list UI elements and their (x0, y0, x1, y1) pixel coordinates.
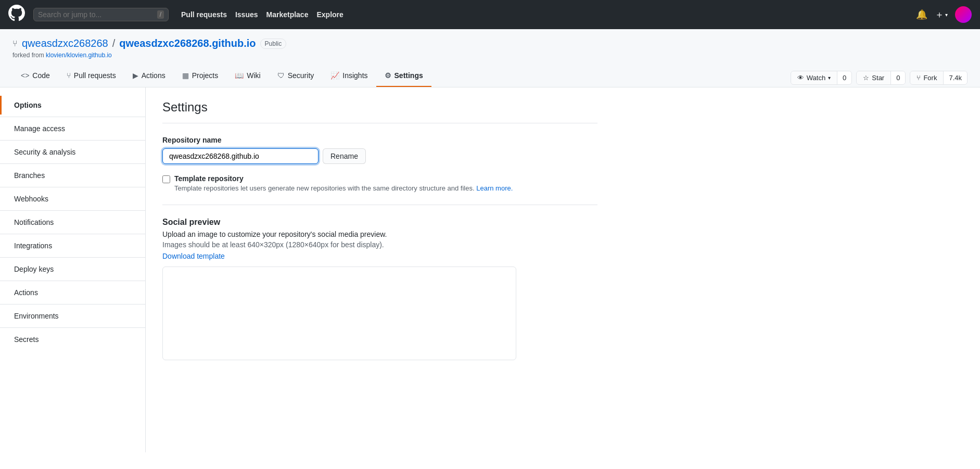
sidebar-divider-4 (0, 187, 145, 187)
social-preview-box (162, 267, 516, 360)
fork-group: ⑂ Fork 7.4k (910, 71, 968, 85)
watch-count: 0 (837, 71, 851, 84)
tab-insights[interactable]: 📈 Insights (322, 65, 376, 87)
tab-security[interactable]: 🛡 Security (269, 65, 323, 87)
repo-title-bar: ⑂ qweasdzxc268268 / qweasdzxc268268.gith… (12, 37, 968, 49)
top-navigation: / Pull requests Issues Marketplace Explo… (0, 0, 980, 29)
sidebar-item-secrets[interactable]: Secrets (0, 330, 145, 349)
repo-owner-link[interactable]: qweasdzxc268268 (22, 37, 108, 49)
sidebar: Options Manage access Security & analysi… (0, 87, 146, 452)
fork-icon: ⑂ (917, 74, 921, 82)
nav-pull-requests[interactable]: Pull requests (181, 10, 227, 19)
settings-content: Settings Repository name Rename Template… (146, 87, 614, 452)
actions-icon: ▶ (133, 71, 138, 80)
star-label: Star (872, 74, 884, 82)
search-slash-icon: / (157, 10, 164, 19)
repo-separator: / (112, 37, 116, 49)
repo-name-link[interactable]: qweasdzxc268268.github.io (119, 37, 256, 49)
nav-issues[interactable]: Issues (235, 10, 258, 19)
pull-request-icon: ⑂ (67, 71, 71, 80)
projects-icon: ▦ (182, 71, 189, 80)
repo-name-section: Repository name Rename (162, 136, 597, 164)
rename-button[interactable]: Rename (323, 148, 366, 164)
sidebar-item-notifications[interactable]: Notifications (0, 213, 145, 232)
settings-page-title: Settings (162, 100, 597, 123)
sidebar-item-actions[interactable]: Actions (0, 283, 145, 302)
template-repo-section: Template repository Template repositorie… (162, 174, 597, 192)
repo-icon: ⑂ (12, 39, 18, 48)
insights-icon: 📈 (330, 71, 339, 80)
social-preview-title: Social preview (162, 218, 597, 227)
template-repo-desc: Template repositories let users generate… (174, 184, 597, 192)
download-template-link[interactable]: Download template (162, 252, 225, 260)
repo-name-input[interactable] (162, 148, 319, 164)
star-icon: ☆ (863, 74, 869, 82)
watch-button[interactable]: 👁 Watch ▾ (791, 71, 837, 84)
tab-projects[interactable]: ▦ Projects (174, 65, 227, 87)
sidebar-item-deploy-keys[interactable]: Deploy keys (0, 260, 145, 278)
nav-marketplace[interactable]: Marketplace (266, 10, 309, 19)
main-layout: Options Manage access Security & analysi… (0, 87, 980, 452)
plus-icon: ＋ (935, 8, 944, 21)
wiki-icon: 📖 (235, 71, 244, 80)
forked-from: forked from klovien/klovien.github.io (12, 52, 968, 59)
sidebar-divider-6 (0, 234, 145, 234)
fork-label: Fork (923, 74, 937, 82)
sidebar-divider-10 (0, 327, 145, 328)
sidebar-divider-9 (0, 304, 145, 305)
tab-wiki[interactable]: 📖 Wiki (226, 65, 269, 87)
security-tab-icon: 🛡 (277, 71, 285, 80)
settings-tab-icon: ⚙ (385, 71, 391, 80)
sidebar-item-webhooks[interactable]: Webhooks (0, 189, 145, 208)
create-new-button[interactable]: ＋ ▾ (935, 8, 948, 21)
sidebar-divider-1 (0, 117, 145, 117)
top-nav-right: 🔔 ＋ ▾ (916, 6, 972, 23)
search-input[interactable] (38, 10, 157, 19)
star-count: 0 (890, 71, 905, 84)
sidebar-divider-5 (0, 210, 145, 211)
tab-code[interactable]: <> Code (12, 65, 58, 87)
tab-pull-requests[interactable]: ⑂ Pull requests (58, 65, 124, 87)
tab-actions[interactable]: ▶ Actions (124, 65, 174, 87)
watch-group: 👁 Watch ▾ 0 (791, 71, 852, 85)
watch-chevron-icon: ▾ (828, 75, 831, 81)
notifications-bell-icon[interactable]: 🔔 (916, 9, 927, 20)
code-icon: <> (21, 71, 29, 80)
top-nav-links: Pull requests Issues Marketplace Explore (181, 10, 343, 19)
star-button[interactable]: ☆ Star (857, 71, 890, 84)
sidebar-item-branches[interactable]: Branches (0, 166, 145, 185)
chevron-down-icon: ▾ (945, 12, 948, 18)
sidebar-divider-2 (0, 140, 145, 141)
avatar[interactable] (955, 6, 972, 23)
watch-label: Watch (807, 74, 825, 82)
star-group: ☆ Star 0 (856, 71, 906, 85)
fork-button[interactable]: ⑂ Fork (910, 71, 943, 84)
repo-header: ⑂ qweasdzxc268268 / qweasdzxc268268.gith… (0, 29, 980, 87)
nav-explore[interactable]: Explore (316, 10, 343, 19)
sidebar-item-options[interactable]: Options (0, 96, 145, 115)
social-preview-desc: Upload an image to customize your reposi… (162, 230, 597, 238)
search-bar[interactable]: / (33, 8, 169, 21)
sidebar-item-security-analysis[interactable]: Security & analysis (0, 143, 145, 161)
fork-count: 7.4k (943, 71, 967, 84)
repo-name-label: Repository name (162, 136, 597, 144)
social-preview-section: Social preview Upload an image to custom… (162, 205, 597, 360)
github-logo-icon[interactable] (8, 5, 25, 24)
repo-actions: 👁 Watch ▾ 0 ☆ Star 0 ⑂ Fork 7.4k (786, 71, 968, 85)
repo-name-row: Rename (162, 148, 597, 164)
sidebar-divider-8 (0, 281, 145, 281)
sidebar-item-integrations[interactable]: Integrations (0, 236, 145, 255)
sidebar-divider-7 (0, 257, 145, 258)
sidebar-item-manage-access[interactable]: Manage access (0, 119, 145, 138)
sidebar-divider-3 (0, 163, 145, 164)
social-preview-subdesc: Images should be at least 640×320px (128… (162, 240, 597, 249)
tab-settings[interactable]: ⚙ Settings (376, 65, 431, 87)
template-repo-checkbox[interactable] (162, 175, 170, 183)
visibility-badge: Public (260, 39, 287, 49)
sidebar-item-environments[interactable]: Environments (0, 307, 145, 325)
forked-from-link[interactable]: klovien/klovien.github.io (46, 52, 112, 59)
eye-icon: 👁 (797, 74, 804, 82)
template-learn-more-link[interactable]: Learn more. (476, 184, 513, 192)
template-repo-title: Template repository (174, 174, 597, 183)
template-label-group: Template repository Template repositorie… (174, 174, 597, 192)
